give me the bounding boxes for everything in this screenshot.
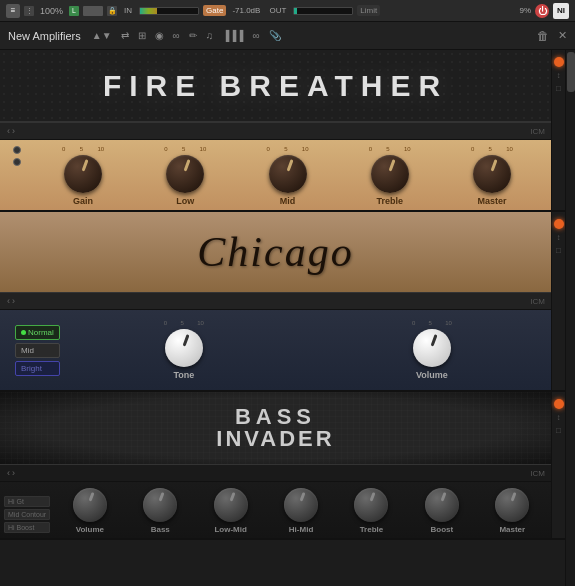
lock-icon[interactable]: 🔒: [107, 6, 117, 16]
loop2-icon[interactable]: ∞: [250, 28, 261, 43]
mid-knob[interactable]: [269, 155, 307, 193]
amp-chicago-logo: Chicago: [197, 228, 353, 276]
trash-icon[interactable]: 🗑: [537, 29, 549, 43]
close-icon[interactable]: ✕: [558, 29, 567, 42]
amp-chicago-controls: Normal Mid Bright 0510 Tone: [0, 310, 551, 390]
treble-ticks-top: 0510: [369, 146, 411, 152]
chicago-volume-knob[interactable]: [413, 329, 451, 367]
chicago-normal-btn[interactable]: Normal: [15, 325, 60, 340]
amp-main-chicago: Chicago ‹ › ICM Normal Mid Bright: [0, 212, 551, 390]
menu-icon[interactable]: ⋮: [24, 6, 34, 16]
limit-label[interactable]: Limit: [357, 5, 380, 16]
track-icon[interactable]: [83, 6, 103, 16]
amp-bass-side: ↕ □: [551, 392, 565, 538]
shuffle-icon[interactable]: ⇄: [119, 28, 131, 43]
treble-knob[interactable]: [371, 155, 409, 193]
loop-icon[interactable]: ∞: [171, 28, 182, 43]
main-content: FIRE BREATHER ‹ › ICM 0510: [0, 50, 575, 586]
chicago-nav-right[interactable]: ›: [12, 296, 15, 306]
mid-ticks-top: 0510: [267, 146, 309, 152]
in-meter: [139, 7, 199, 15]
bass-himid-knob[interactable]: [284, 488, 318, 522]
music-icon[interactable]: ♫: [204, 28, 216, 43]
bars-icon[interactable]: ▐▐▐: [220, 28, 245, 43]
gain-ticks-top: 0510: [62, 146, 104, 152]
amp-bass-header: BASS INVADER: [0, 392, 551, 464]
bass-bass-knob[interactable]: [143, 488, 177, 522]
bass-power-button[interactable]: [554, 399, 564, 409]
treble-knob-container: 0510 Treble: [339, 146, 441, 206]
nav-right-icon[interactable]: ›: [12, 126, 15, 136]
chicago-side-icon2[interactable]: □: [556, 246, 561, 255]
master-knob-container: 0510 Master: [441, 146, 543, 206]
bass-nav-left[interactable]: ‹: [7, 468, 10, 478]
amp-fire-controls: 0510 Gain 0510 Low 0510 Mid: [0, 140, 551, 210]
amp-fire-breather: FIRE BREATHER ‹ › ICM 0510: [0, 50, 565, 212]
bass-master-knob[interactable]: [495, 488, 529, 522]
bass-treble-knob[interactable]: [354, 488, 388, 522]
chicago-tone-knob[interactable]: [165, 329, 203, 367]
chicago-power-button[interactable]: [554, 219, 564, 229]
gain-label: Gain: [73, 196, 93, 206]
bass-side-icon1[interactable]: ↕: [557, 413, 561, 422]
chicago-nav-left[interactable]: ‹: [7, 296, 10, 306]
top-bar: ≡ ⋮ 100% L 🔒 IN Gate -71.0dB OUT Limit 9…: [0, 0, 575, 22]
nav-left-icon[interactable]: ‹: [7, 126, 10, 136]
fire-side-icon2[interactable]: □: [556, 84, 561, 93]
chicago-volume-label: Volume: [416, 370, 448, 380]
bass-himid-container: Hi-Mid: [266, 488, 335, 534]
master-knob[interactable]: [473, 155, 511, 193]
treble-label: Treble: [376, 196, 403, 206]
out-label: OUT: [269, 6, 286, 15]
bass-treble-container: Treble: [337, 488, 406, 534]
gain-knob-container: 0510 Gain: [32, 146, 134, 206]
amps-area: FIRE BREATHER ‹ › ICM 0510: [0, 50, 565, 586]
gain-knob[interactable]: [64, 155, 102, 193]
master-label: Master: [477, 196, 506, 206]
bass-volume-container: Volume: [55, 488, 124, 534]
bass-lowmid-label: Low-Mid: [214, 525, 246, 534]
low-ticks-top: 0510: [164, 146, 206, 152]
chicago-bright-btn[interactable]: Bright: [15, 361, 60, 376]
mid-knob-container: 0510 Mid: [236, 146, 338, 206]
amp-chicago-header: Chicago: [0, 212, 551, 292]
bass-midcontour-btn[interactable]: Mid Contour: [4, 509, 50, 520]
zoom-percent: 100%: [40, 6, 63, 16]
amp-fire-icm: ICM: [530, 127, 545, 136]
fire-power-button[interactable]: [554, 57, 564, 67]
bass-higt-btn[interactable]: Hi Gt: [4, 496, 50, 507]
up-down-icon[interactable]: ▲▼: [90, 28, 114, 43]
chicago-tone-label: Tone: [173, 370, 194, 380]
bass-boost-label: Boost: [431, 525, 454, 534]
chicago-volume-container: 0510 Volume: [328, 320, 536, 380]
bass-nav-right[interactable]: ›: [12, 468, 15, 478]
edit-icon[interactable]: ✏: [187, 28, 199, 43]
grid-icon[interactable]: ⊞: [136, 28, 148, 43]
amp-fire-nav: ‹ › ICM: [0, 122, 551, 140]
l-icon[interactable]: L: [69, 6, 79, 16]
bass-hiboost-btn[interactable]: Hi Boost: [4, 522, 50, 533]
chicago-side-icon1[interactable]: ↕: [557, 233, 561, 242]
bass-side-icon2[interactable]: □: [556, 426, 561, 435]
volume-ticks: 0510: [412, 320, 452, 326]
chicago-knobs-group: 0510 Tone 0510 Volume: [80, 320, 536, 380]
scroll-area[interactable]: [565, 50, 575, 586]
clip-icon[interactable]: 📎: [267, 28, 283, 43]
record-icon[interactable]: ◉: [153, 28, 166, 43]
bass-lowmid-knob[interactable]: [214, 488, 248, 522]
scroll-thumb[interactable]: [567, 52, 575, 92]
low-knob[interactable]: [166, 155, 204, 193]
jack-bottom: [13, 158, 21, 166]
gate-label[interactable]: Gate: [203, 5, 226, 16]
amp-fire-logo: FIRE BREATHER: [103, 69, 448, 103]
fire-side-icon1[interactable]: ↕: [557, 71, 561, 80]
amp-main-bass: BASS INVADER ‹ › ICM Hi Gt Mid Contour H…: [0, 392, 551, 538]
low-label: Low: [176, 196, 194, 206]
in-label: IN: [124, 6, 132, 15]
bass-boost-knob[interactable]: [425, 488, 459, 522]
power-button[interactable]: ⏻: [535, 4, 549, 18]
chicago-mid-btn[interactable]: Mid: [15, 343, 60, 358]
bass-bass-label: Bass: [151, 525, 170, 534]
bass-volume-knob[interactable]: [73, 488, 107, 522]
low-knob-container: 0510 Low: [134, 146, 236, 206]
